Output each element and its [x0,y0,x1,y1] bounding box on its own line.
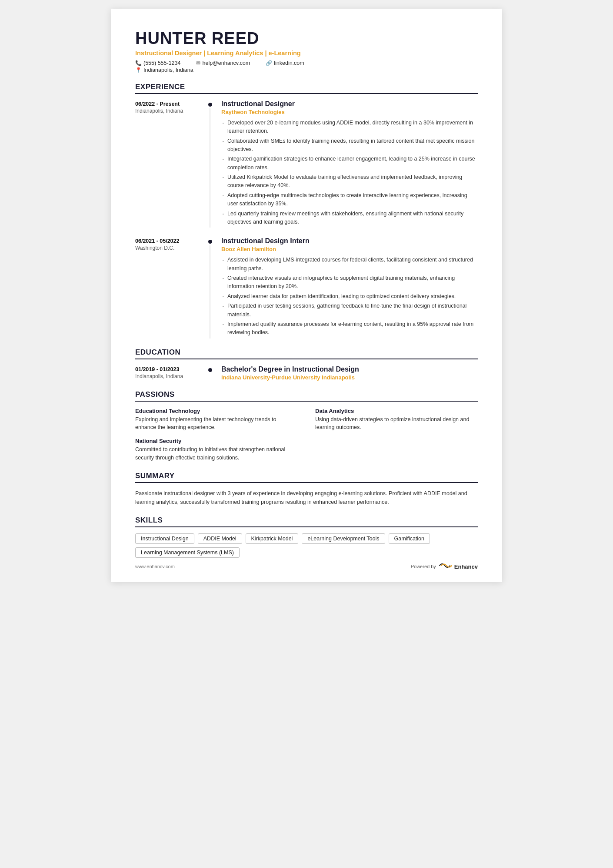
phone-number: (555) 555-1234 [143,60,180,66]
resume-page: HUNTER REED Instructional Designer | Lea… [111,9,502,582]
exp-left-1: 06/2022 - Present Indianapolis, Indiana [135,100,205,228]
contact-row: 📞 (555) 555-1234 ✉ help@enhancv.com 🔗 li… [135,60,478,66]
linkedin-icon: 🔗 [266,60,272,66]
exp-bullets-1: Developed over 20 e-learning modules usi… [221,119,478,227]
passion-item-3: National Security Committed to contribut… [135,438,298,462]
exp-location-2: Washington D.C. [135,245,205,251]
footer-website: www.enhancv.com [135,564,175,569]
summary-title: SUMMARY [135,472,478,483]
summary-text: Passionate instructional designer with 3… [135,489,478,506]
skills-row-2: Learning Management Systems (LMS) [135,547,478,558]
exp-timeline-2 [205,237,215,338]
education-section: EDUCATION 01/2019 - 01/2023 Indianapolis… [135,348,478,381]
phone-icon: 📞 [135,60,142,66]
passion-title-1: Educational Technology [135,408,298,414]
linkedin-contact[interactable]: 🔗 linkedin.com [266,60,304,66]
email-address: help@enhancv.com [202,60,250,66]
exp-dot-2 [208,240,212,244]
skill-tag-3: eLearning Development Tools [302,533,385,544]
bullet-item: Assisted in developing LMS-integrated co… [221,256,478,273]
bullet-item: Adopted cutting-edge multimedia technolo… [221,191,478,208]
bullet-item: Participated in user testing sessions, g… [221,302,478,319]
bullet-item: Collaborated with SMEs to identify train… [221,137,478,154]
passions-title: PASSIONS [135,390,478,402]
exp-location-1: Indianapolis, Indiana [135,108,205,114]
exp-date-2: 06/2021 - 05/2022 [135,238,205,244]
passions-section: PASSIONS Educational Technology Explorin… [135,390,478,462]
experience-section: EXPERIENCE 06/2022 - Present Indianapoli… [135,83,478,338]
edu-date-1: 01/2019 - 01/2023 [135,366,205,372]
experience-title: EXPERIENCE [135,83,478,94]
bullet-item: Developed over 20 e-learning modules usi… [221,119,478,136]
exp-job-title-2: Instructional Design Intern [221,237,478,245]
edu-left-1: 01/2019 - 01/2023 Indianapolis, Indiana [135,365,205,381]
passion-title-2: Data Analytics [315,408,478,414]
skill-tag-2: Kirkpatrick Model [246,533,299,544]
exp-line-2 [210,245,210,338]
page-footer: www.enhancv.com Powered by Enhancv [135,562,478,572]
education-item-1: 01/2019 - 01/2023 Indianapolis, Indiana … [135,365,478,381]
exp-date-1: 06/2022 - Present [135,101,205,107]
exp-dot-1 [208,103,212,107]
bullet-item: Implemented quality assurance processes … [221,320,478,337]
enhancv-brand-name: Enhancv [454,563,478,570]
skill-tag-0: Instructional Design [135,533,194,544]
bullet-item: Analyzed learner data for pattern identi… [221,292,478,301]
exp-company-1: Raytheon Technologies [221,109,478,115]
skills-title: SKILLS [135,516,478,527]
skills-section: SKILLS Instructional Design ADDIE Model … [135,516,478,558]
bullet-item: Created interactive visuals and infograp… [221,274,478,291]
edu-dot-1 [208,368,212,372]
candidate-subtitle: Instructional Designer | Learning Analyt… [135,50,478,57]
bullet-item: Led quarterly training review meetings w… [221,210,478,227]
exp-company-2: Booz Allen Hamilton [221,246,478,252]
passion-title-3: National Security [135,438,298,444]
email-contact: ✉ help@enhancv.com [196,60,250,66]
email-icon: ✉ [196,60,200,66]
passion-item-1: Educational Technology Exploring and imp… [135,408,298,432]
exp-right-1: Instructional Designer Raytheon Technolo… [215,100,478,228]
exp-timeline-1 [205,100,215,228]
header: HUNTER REED Instructional Designer | Lea… [135,30,478,73]
passion-desc-2: Using data-driven strategies to optimize… [315,416,478,432]
bullet-item: Utilized Kirkpatrick Model to evaluate t… [221,173,478,190]
passion-item-2: Data Analytics Using data-driven strateg… [315,408,478,432]
location-text: Indianapolis, Indiana [143,67,193,73]
exp-line-1 [210,108,210,228]
skill-tag-4: Gamification [389,533,430,544]
bullet-item: Integrated gamification strategies to en… [221,155,478,172]
experience-item-1: 06/2022 - Present Indianapolis, Indiana … [135,100,478,228]
passions-grid: Educational Technology Exploring and imp… [135,408,478,462]
edu-timeline-1 [205,365,215,381]
skills-row: Instructional Design ADDIE Model Kirkpat… [135,533,478,544]
edu-degree-1: Bachelor's Degree in Instructional Desig… [221,365,478,373]
education-title: EDUCATION [135,348,478,359]
powered-by-text: Powered by [411,564,436,569]
exp-job-title-1: Instructional Designer [221,100,478,108]
experience-item-2: 06/2021 - 05/2022 Washington D.C. Instru… [135,237,478,338]
edu-location-1: Indianapolis, Indiana [135,373,205,379]
skill-tag-1: ADDIE Model [198,533,242,544]
phone-contact: 📞 (555) 555-1234 [135,60,180,66]
passion-desc-3: Committed to contributing to initiatives… [135,446,298,462]
skill-tag-5: Learning Management Systems (LMS) [135,547,240,558]
exp-right-2: Instructional Design Intern Booz Allen H… [215,237,478,338]
exp-left-2: 06/2021 - 05/2022 Washington D.C. [135,237,205,338]
location-icon: 📍 [135,67,142,73]
summary-section: SUMMARY Passionate instructional designe… [135,472,478,506]
location-row: 📍 Indianapolis, Indiana [135,67,478,73]
passion-desc-1: Exploring and implementing the latest te… [135,416,298,432]
footer-brand: Powered by Enhancv [411,562,478,572]
enhancv-icon [439,562,453,572]
linkedin-url: linkedin.com [274,60,304,66]
edu-school-1: Indiana University-Purdue University Ind… [221,374,478,381]
enhancv-logo: Enhancv [439,562,478,572]
edu-right-1: Bachelor's Degree in Instructional Desig… [215,365,478,381]
exp-bullets-2: Assisted in developing LMS-integrated co… [221,256,478,337]
candidate-name: HUNTER REED [135,30,478,48]
